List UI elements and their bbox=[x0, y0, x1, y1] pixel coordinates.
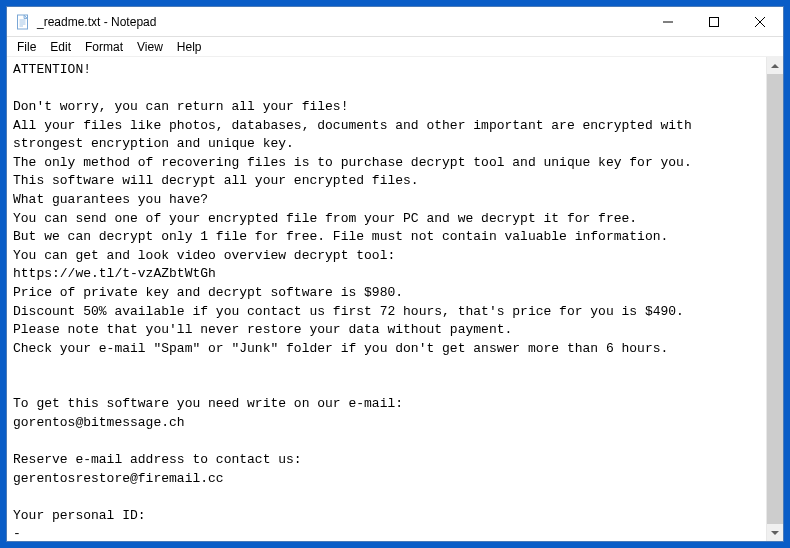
menu-help[interactable]: Help bbox=[171, 38, 208, 56]
close-button[interactable] bbox=[737, 7, 783, 36]
notepad-window: _readme.txt - Notepad File Edit Format V… bbox=[6, 6, 784, 542]
svg-rect-6 bbox=[710, 17, 719, 26]
menu-format[interactable]: Format bbox=[79, 38, 129, 56]
vertical-scrollbar[interactable] bbox=[766, 57, 783, 541]
maximize-button[interactable] bbox=[691, 7, 737, 36]
chevron-up-icon bbox=[771, 64, 779, 68]
notepad-file-icon bbox=[15, 14, 31, 30]
text-editor[interactable]: ATTENTION! Don't worry, you can return a… bbox=[7, 57, 766, 541]
titlebar[interactable]: _readme.txt - Notepad bbox=[7, 7, 783, 37]
scroll-down-button[interactable] bbox=[767, 524, 783, 541]
scroll-thumb[interactable] bbox=[767, 74, 783, 524]
menu-view[interactable]: View bbox=[131, 38, 169, 56]
window-title: _readme.txt - Notepad bbox=[37, 15, 156, 29]
scroll-track[interactable] bbox=[767, 74, 783, 524]
menu-edit[interactable]: Edit bbox=[44, 38, 77, 56]
menu-file[interactable]: File bbox=[11, 38, 42, 56]
chevron-down-icon bbox=[771, 531, 779, 535]
menubar: File Edit Format View Help bbox=[7, 37, 783, 57]
minimize-button[interactable] bbox=[645, 7, 691, 36]
scroll-up-button[interactable] bbox=[767, 57, 783, 74]
titlebar-left: _readme.txt - Notepad bbox=[7, 14, 156, 30]
window-controls bbox=[645, 7, 783, 36]
content-area: ATTENTION! Don't worry, you can return a… bbox=[7, 57, 783, 541]
